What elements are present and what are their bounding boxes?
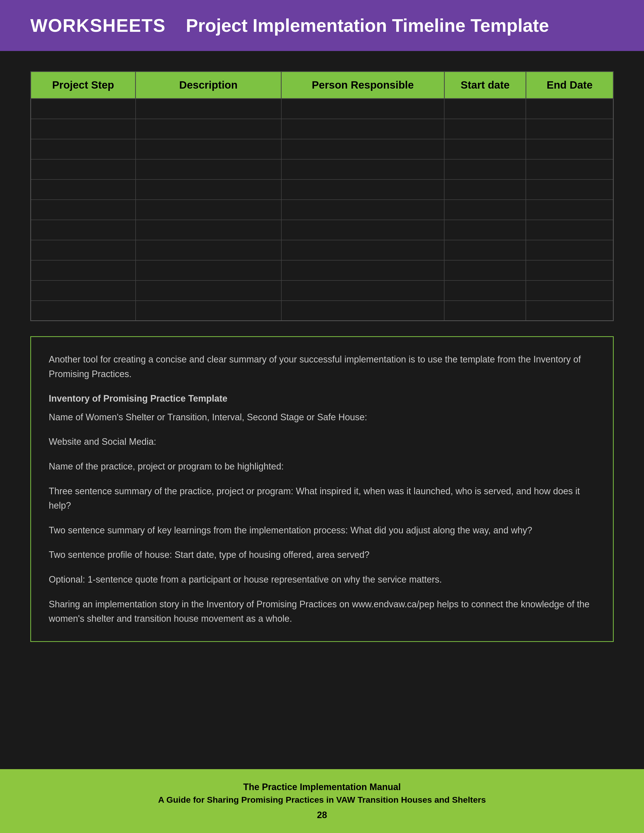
- info-field6: Two sentence profile of house: Start dat…: [49, 547, 595, 562]
- table-row: [31, 159, 613, 180]
- footer-page-number: 28: [30, 810, 614, 820]
- cell-end[interactable]: [526, 199, 613, 220]
- header-title: Project Implementation Timeline Template: [186, 15, 549, 36]
- cell-end[interactable]: [526, 220, 613, 240]
- footer-title: The Practice Implementation Manual: [30, 782, 614, 792]
- info-field8: Sharing an implementation story in the I…: [49, 597, 595, 626]
- cell-end[interactable]: [526, 159, 613, 180]
- cell-description[interactable]: [135, 199, 281, 220]
- cell-end[interactable]: [526, 119, 613, 139]
- info-field4: Three sentence summary of the practice, …: [49, 484, 595, 513]
- cell-start[interactable]: [444, 99, 526, 119]
- table-row: [31, 260, 613, 280]
- cell-person[interactable]: [281, 99, 444, 119]
- cell-project-step[interactable]: [31, 159, 135, 180]
- footer: The Practice Implementation Manual A Gui…: [0, 769, 644, 833]
- table-row: [31, 301, 613, 321]
- timeline-table: Project Step Description Person Responsi…: [30, 71, 614, 321]
- info-field3: Name of the practice, project or program…: [49, 459, 595, 474]
- cell-person[interactable]: [281, 260, 444, 280]
- info-field2: Website and Social Media:: [49, 434, 595, 449]
- cell-start[interactable]: [444, 240, 526, 260]
- cell-project-step[interactable]: [31, 99, 135, 119]
- table-row: [31, 199, 613, 220]
- cell-description[interactable]: [135, 220, 281, 240]
- info-intro: Another tool for creating a concise and …: [49, 352, 595, 381]
- cell-person[interactable]: [281, 280, 444, 301]
- table-row: [31, 280, 613, 301]
- cell-description[interactable]: [135, 260, 281, 280]
- table-row: [31, 119, 613, 139]
- cell-description[interactable]: [135, 119, 281, 139]
- cell-person[interactable]: [281, 301, 444, 321]
- info-field1: Name of Women's Shelter or Transition, I…: [49, 410, 595, 425]
- header-bar: WORKSHEETS Project Implementation Timeli…: [0, 0, 644, 51]
- cell-person[interactable]: [281, 220, 444, 240]
- cell-person[interactable]: [281, 199, 444, 220]
- footer-subtitle: A Guide for Sharing Promising Practices …: [30, 795, 614, 805]
- cell-project-step[interactable]: [31, 301, 135, 321]
- table-row: [31, 180, 613, 199]
- col-header-end-date: End Date: [526, 72, 613, 99]
- cell-start[interactable]: [444, 260, 526, 280]
- cell-person[interactable]: [281, 240, 444, 260]
- cell-description[interactable]: [135, 180, 281, 199]
- cell-project-step[interactable]: [31, 240, 135, 260]
- cell-project-step[interactable]: [31, 119, 135, 139]
- cell-start[interactable]: [444, 139, 526, 159]
- cell-person[interactable]: [281, 159, 444, 180]
- cell-person[interactable]: [281, 180, 444, 199]
- cell-project-step[interactable]: [31, 220, 135, 240]
- table-row: [31, 240, 613, 260]
- cell-description[interactable]: [135, 280, 281, 301]
- col-header-person-responsible: Person Responsible: [281, 72, 444, 99]
- col-header-description: Description: [135, 72, 281, 99]
- cell-start[interactable]: [444, 301, 526, 321]
- cell-project-step[interactable]: [31, 139, 135, 159]
- page: WORKSHEETS Project Implementation Timeli…: [0, 0, 644, 833]
- cell-start[interactable]: [444, 119, 526, 139]
- cell-description[interactable]: [135, 159, 281, 180]
- col-header-start-date: Start date: [444, 72, 526, 99]
- col-header-project-step: Project Step: [31, 72, 135, 99]
- table-row: [31, 99, 613, 119]
- cell-end[interactable]: [526, 139, 613, 159]
- cell-description[interactable]: [135, 240, 281, 260]
- header-worksheets-label: WORKSHEETS: [30, 15, 166, 36]
- cell-description[interactable]: [135, 99, 281, 119]
- cell-end[interactable]: [526, 180, 613, 199]
- cell-start[interactable]: [444, 280, 526, 301]
- cell-end[interactable]: [526, 99, 613, 119]
- cell-start[interactable]: [444, 180, 526, 199]
- cell-start[interactable]: [444, 199, 526, 220]
- cell-person[interactable]: [281, 139, 444, 159]
- table-header-row: Project Step Description Person Responsi…: [31, 72, 613, 99]
- main-content: Project Step Description Person Responsi…: [0, 51, 644, 769]
- cell-person[interactable]: [281, 119, 444, 139]
- cell-end[interactable]: [526, 260, 613, 280]
- info-section-title: Inventory of Promising Practice Template: [49, 391, 595, 406]
- cell-end[interactable]: [526, 301, 613, 321]
- cell-start[interactable]: [444, 220, 526, 240]
- cell-start[interactable]: [444, 159, 526, 180]
- table-row: [31, 139, 613, 159]
- cell-project-step[interactable]: [31, 199, 135, 220]
- cell-description[interactable]: [135, 139, 281, 159]
- info-box: Another tool for creating a concise and …: [30, 336, 614, 642]
- info-field7: Optional: 1-sentence quote from a partic…: [49, 572, 595, 587]
- cell-project-step[interactable]: [31, 180, 135, 199]
- cell-end[interactable]: [526, 240, 613, 260]
- info-field5: Two sentence summary of key learnings fr…: [49, 523, 595, 538]
- table-row: [31, 220, 613, 240]
- cell-description[interactable]: [135, 301, 281, 321]
- cell-end[interactable]: [526, 280, 613, 301]
- cell-project-step[interactable]: [31, 280, 135, 301]
- cell-project-step[interactable]: [31, 260, 135, 280]
